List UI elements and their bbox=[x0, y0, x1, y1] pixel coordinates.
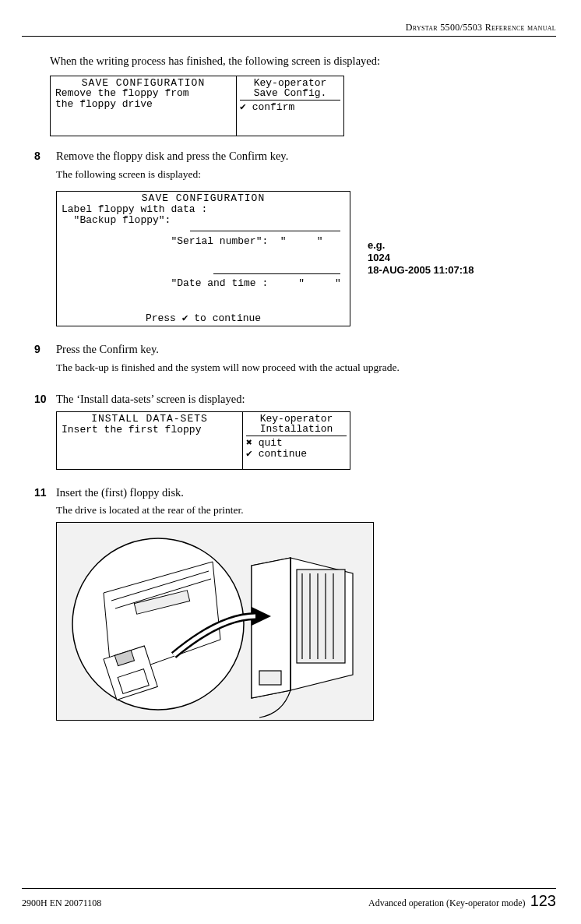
lcd-screen-save-config-2: SAVE CONFIGURATION Label floppy with dat… bbox=[56, 191, 350, 326]
lcd-screen-save-config-1: SAVE CONFIGURATION Remove the floppy fro… bbox=[50, 76, 344, 137]
lcd1-right-top: Key-operator Save Config. bbox=[240, 78, 340, 101]
step-9: 9 Press the Confirm key. The back-up is … bbox=[34, 342, 556, 379]
svg-rect-10 bbox=[259, 671, 281, 685]
lcd2-line1: Label floppy with data : bbox=[62, 204, 345, 215]
step-9-title: Press the Confirm key. bbox=[56, 342, 556, 358]
step-11-title: Insert the (first) floppy disk. bbox=[56, 485, 556, 501]
printer-floppy-illustration bbox=[56, 522, 374, 721]
lcd3-body: Insert the first floppy bbox=[62, 425, 238, 436]
underline-icon bbox=[190, 231, 340, 231]
page-number: 123 bbox=[530, 892, 556, 910]
step-10-title: The ‘Install data-sets’ screen is displa… bbox=[56, 392, 556, 407]
step-11-sub: The drive is located at the rear of the … bbox=[56, 503, 556, 517]
lcd1-body: Remove the floppy from the floppy drive bbox=[55, 88, 231, 109]
lcd1-confirm-text: confirm bbox=[246, 101, 294, 113]
underline-icon bbox=[213, 273, 340, 274]
lcd3-continue-line: ✔ continue bbox=[246, 449, 347, 460]
lcd2-line2: "Backup floppy": bbox=[62, 215, 345, 226]
lcd2-line4: "Date and time : " " bbox=[62, 268, 345, 311]
page-header: Drystar 5500/5503 Reference manual bbox=[22, 22, 556, 37]
step-8: 8 Remove the floppy disk and press the C… bbox=[34, 149, 556, 329]
footer-doc-id: 2900H EN 20071108 bbox=[22, 898, 368, 909]
svg-rect-4 bbox=[297, 570, 345, 663]
step-8-number: 8 bbox=[34, 149, 56, 329]
page-footer: 2900H EN 20071108 Advanced operation (Ke… bbox=[22, 888, 556, 910]
lcd2-line3: "Serial number": " " bbox=[62, 225, 345, 268]
lcd3-quit-line: ✖ quit bbox=[246, 438, 347, 449]
check-icon: ✔ bbox=[246, 448, 252, 460]
step-9-sub: The back-up is finished and the system w… bbox=[56, 361, 556, 375]
lcd1-confirm-line: ✔ confirm bbox=[240, 102, 340, 113]
lcd2-title: SAVE CONFIGURATION bbox=[62, 193, 345, 204]
step-9-number: 9 bbox=[34, 342, 56, 379]
lcd3-title: INSTALL DATA-SETS bbox=[62, 414, 238, 425]
printer-drawing-icon bbox=[57, 523, 374, 721]
step-10-number: 10 bbox=[34, 392, 56, 473]
lcd1-title: SAVE CONFIGURATION bbox=[55, 78, 231, 89]
step-10: 10 The ‘Install data-sets’ screen is dis… bbox=[34, 392, 556, 473]
check-icon: ✔ bbox=[240, 101, 246, 113]
footer-section: Advanced operation (Key-operator mode) bbox=[368, 898, 526, 909]
step-8-title: Remove the floppy disk and press the Con… bbox=[56, 149, 556, 164]
content-area: When the writing process has finished, t… bbox=[22, 37, 556, 721]
lcd2-example-note: e.g. 1024 18-AUG-2005 11:07:18 bbox=[368, 239, 474, 277]
header-title: Drystar 5500/5503 Reference manual bbox=[406, 22, 556, 33]
lcd3-continue-text: continue bbox=[252, 448, 307, 460]
step-11-number: 11 bbox=[34, 485, 56, 721]
step-11: 11 Insert the (first) floppy disk. The d… bbox=[34, 485, 556, 721]
page: Drystar 5500/5503 Reference manual When … bbox=[0, 0, 581, 924]
lcd2-footer: Press ✔ to continue bbox=[62, 313, 345, 324]
intro-text: When the writing process has finished, t… bbox=[50, 54, 556, 69]
lcd3-right-top: Key-operator Installation bbox=[246, 414, 347, 436]
step-8-sub: The following screen is displayed: bbox=[56, 168, 556, 182]
lcd-screen-install-datasets: INSTALL DATA-SETS Insert the first flopp… bbox=[56, 411, 350, 469]
